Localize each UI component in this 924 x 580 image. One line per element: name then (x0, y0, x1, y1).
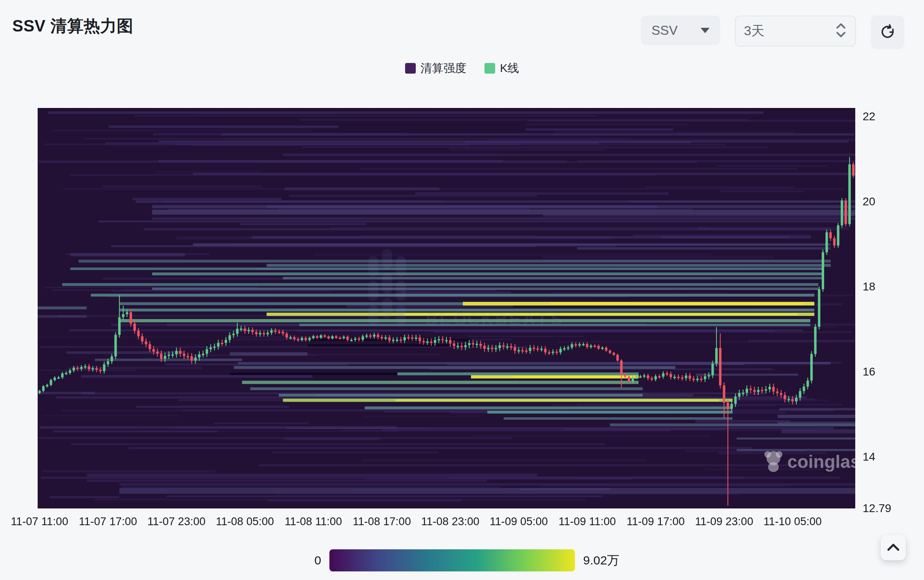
symbol-select-value: SSV (651, 23, 678, 38)
y-axis-label: 12.79 (863, 502, 891, 515)
liquidation-intensity-swatch (405, 63, 416, 74)
page: SSV 清算热力图 SSV 3天 (0, 0, 924, 580)
toolbar: SSV 3天 (641, 16, 904, 49)
legend-item-liquidation-intensity[interactable]: 清算强度 (405, 61, 467, 76)
x-axis-label: 11-09 11:00 (559, 515, 616, 528)
legend-label: 清算强度 (421, 61, 467, 76)
kline-swatch (485, 63, 495, 74)
y-axis-label: 16 (863, 365, 875, 378)
y-axis-label: 20 (863, 195, 875, 208)
refresh-icon (879, 23, 896, 42)
x-axis-label: 11-08 11:00 (285, 515, 342, 528)
x-axis-label: 11-08 05:00 (216, 515, 274, 528)
x-axis-label: 11-07 17:00 (79, 515, 137, 528)
y-axis-label: 14 (863, 450, 875, 463)
legend-item-kline[interactable]: K线 (485, 61, 519, 76)
chart-legend: 清算强度 K线 (0, 61, 924, 76)
x-axis-label: 11-09 05:00 (490, 515, 548, 528)
y-axis-label: 22 (863, 110, 875, 123)
intensity-colorbar: 0 9.02万 (0, 548, 924, 573)
chevron-up-down-icon (835, 22, 847, 40)
x-axis-label: 11-07 11:00 (11, 515, 68, 528)
liquidation-heatmap-chart[interactable] (38, 108, 855, 508)
refresh-button[interactable] (871, 16, 904, 49)
y-axis-label: 18 (863, 280, 875, 293)
x-axis-label: 11-09 17:00 (627, 515, 685, 528)
x-axis-label: 11-10 05:00 (764, 515, 822, 528)
x-axis-label: 11-08 17:00 (353, 515, 411, 528)
colorbar-min-label: 0 (288, 548, 321, 573)
colorbar-gradient (329, 549, 575, 571)
x-axis-label: 11-09 23:00 (695, 515, 753, 528)
legend-label: K线 (500, 61, 519, 76)
x-axis-label: 11-07 23:00 (147, 515, 205, 528)
scroll-to-top-button[interactable] (881, 535, 906, 560)
x-axis-label: 11-08 23:00 (421, 515, 479, 528)
caret-down-icon (701, 28, 710, 33)
chevron-up-icon (886, 542, 900, 553)
colorbar-max-label: 9.02万 (583, 548, 619, 573)
page-title: SSV 清算热力图 (12, 15, 133, 37)
period-select[interactable]: 3天 (735, 16, 856, 47)
symbol-select[interactable]: SSV (641, 16, 720, 45)
period-select-value: 3天 (744, 22, 764, 40)
